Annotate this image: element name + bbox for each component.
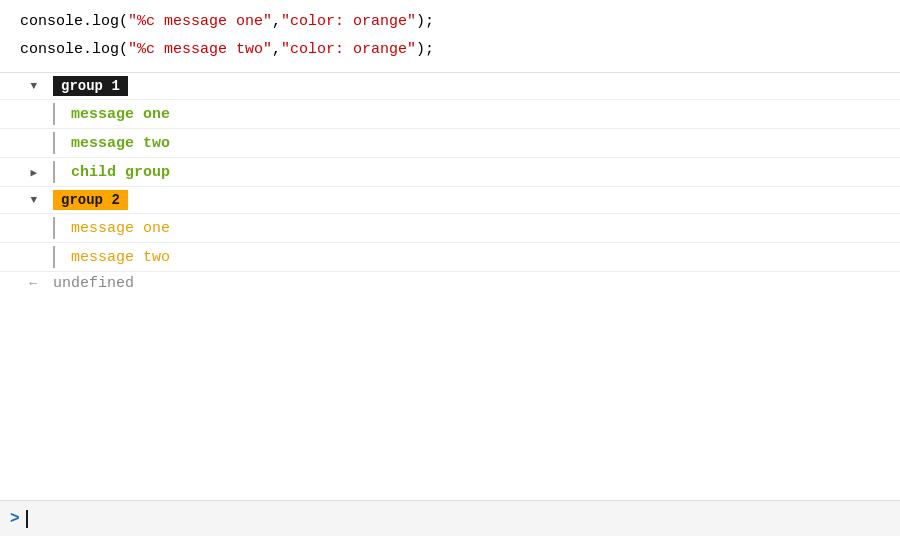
group1-label-container: group 1 <box>45 76 900 96</box>
g1m1-text: message one <box>71 106 170 123</box>
undefined-content: undefined <box>45 275 900 292</box>
bottom-bar: > <box>0 500 900 536</box>
g2m2-vline-container <box>45 246 63 268</box>
return-arrow-icon: ← <box>29 276 37 291</box>
console-panel: console.log("%c message one","color: ora… <box>0 0 900 536</box>
group1-header-row: ▼ group 1 <box>0 73 900 100</box>
g1m2-vline-container <box>45 132 63 154</box>
g2m1-vline-container <box>45 217 63 239</box>
group2-label-container: group 2 <box>45 190 900 210</box>
group1-message2-row: message two <box>0 129 900 158</box>
log-section: ▼ group 1 message one message two <box>0 73 900 500</box>
g2m1-text: message one <box>71 220 170 237</box>
child-group-expand-icon[interactable]: ▶ <box>30 166 37 179</box>
child-group-vline-container <box>45 161 63 183</box>
code-text-1: console.log("%c message one","color: ora… <box>20 10 434 34</box>
g1m2-content: message two <box>63 135 900 152</box>
group1-gutter: ▼ <box>0 80 45 92</box>
child-group-label[interactable]: child group <box>71 164 170 181</box>
group2-message1-row: message one <box>0 214 900 243</box>
undefined-row: ← undefined <box>0 272 900 295</box>
g1m1-vline <box>53 103 55 125</box>
code-section: console.log("%c message one","color: ora… <box>0 0 900 73</box>
prompt-icon: > <box>10 510 20 528</box>
undefined-gutter: ← <box>0 276 45 291</box>
child-group-vline <box>53 161 55 183</box>
g2m2-text: message two <box>71 249 170 266</box>
g2m2-content: message two <box>63 249 900 266</box>
group2-header-row: ▼ group 2 <box>0 187 900 214</box>
g2m1-content: message one <box>63 220 900 237</box>
group2-message2-row: message two <box>0 243 900 272</box>
g2m2-vline <box>53 246 55 268</box>
group2-label[interactable]: group 2 <box>53 190 128 210</box>
child-group-row: ▶ child group <box>0 158 900 187</box>
g1m2-text: message two <box>71 135 170 152</box>
group1-message1-row: message one <box>0 100 900 129</box>
undefined-text: undefined <box>53 275 134 292</box>
group2-collapse-icon[interactable]: ▼ <box>30 194 37 206</box>
g2m1-vline <box>53 217 55 239</box>
child-group-gutter: ▶ <box>0 166 45 179</box>
child-group-content: child group <box>63 164 900 181</box>
g1m1-vline-container <box>45 103 63 125</box>
group1-collapse-icon[interactable]: ▼ <box>30 80 37 92</box>
code-text-2: console.log("%c message two","color: ora… <box>20 38 434 62</box>
code-line-1: console.log("%c message one","color: ora… <box>0 8 900 36</box>
group1-label[interactable]: group 1 <box>53 76 128 96</box>
group2-gutter: ▼ <box>0 194 45 206</box>
g1m1-content: message one <box>63 106 900 123</box>
g1m2-vline <box>53 132 55 154</box>
cursor <box>26 510 28 528</box>
code-line-2: console.log("%c message two","color: ora… <box>0 36 900 64</box>
